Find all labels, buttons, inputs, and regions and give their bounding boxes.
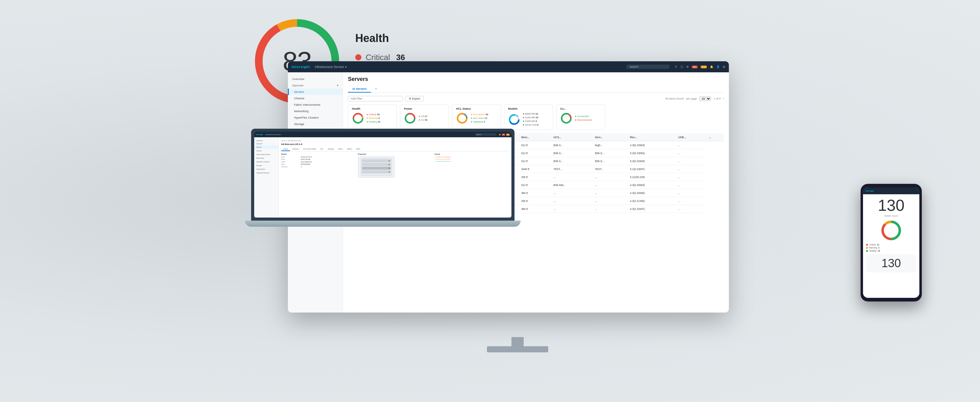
filter-input[interactable] <box>348 96 403 101</box>
per-page-label: per page <box>686 97 697 100</box>
laptop-details-title: Details <box>281 153 356 155</box>
topbar-search[interactable]: Search <box>627 65 670 69</box>
laptop-main: Overview Operate ▾ Servers Chassis Fabri… <box>254 137 511 217</box>
laptop-sidebar-networking[interactable]: Networking <box>254 156 278 160</box>
connectivity-card-content: ● Connected ● Disconnected <box>560 112 601 124</box>
svg-rect-26 <box>362 171 391 174</box>
power-card-title: Power <box>404 107 445 110</box>
laptop-tab-details[interactable]: Details <box>281 147 290 151</box>
laptop-properties-col: Properties <box>358 153 433 178</box>
export-button[interactable]: ⬇ Export <box>406 96 423 101</box>
info-icon[interactable]: ⓘ <box>681 65 683 69</box>
laptop-logo: Intersight <box>256 134 263 136</box>
user-icon[interactable]: 👤 <box>716 65 720 68</box>
topbar-icons: ↻ ⓘ ⚙ 381 178 🔔 👤 ⊞ <box>675 65 725 69</box>
col-usb[interactable]: USB... <box>676 133 707 141</box>
phone-stat-warning: Warning 3 <box>866 247 916 249</box>
laptop-nav: Infrastructure Service ▾ <box>266 134 282 136</box>
badge-yellow: 178 <box>701 65 707 68</box>
sidebar-item-servers[interactable]: Servers <box>288 89 343 95</box>
laptop: Intersight Infrastructure Service ▾ Sear… <box>245 129 520 227</box>
models-card-title: Models <box>508 107 549 110</box>
phone-bottom-score: 130 <box>866 254 916 273</box>
critical-dot <box>355 54 361 61</box>
phone-screen: Intersight 130 Health Score Cri <box>863 188 920 298</box>
critical-label: Critical <box>366 53 390 62</box>
phone-stat-critical: Critical 12 <box>866 244 916 246</box>
refresh-icon[interactable]: ↻ <box>675 65 678 68</box>
laptop-field-vendor: Vendor Cisco Systems Inc <box>281 161 356 163</box>
laptop-tab-ucs[interactable]: UCS Server Profile <box>301 147 318 151</box>
phone-shell: Intersight 130 Health Score Cri <box>861 184 922 302</box>
sidebar-item-networking[interactable]: Networking <box>288 108 343 114</box>
laptop-sidebar-storage[interactable]: Storage <box>254 164 278 167</box>
stand-base <box>487 346 548 353</box>
phone-score-top: 130 <box>866 197 916 213</box>
col-mem[interactable]: Mem... <box>519 133 551 141</box>
intersight-logo: Intersight <box>291 65 310 69</box>
power-card-content: ● Off 27 ● On 56 <box>404 112 445 124</box>
svg-point-28 <box>389 164 390 165</box>
laptop-sidebar-overview[interactable]: Overview <box>254 139 278 142</box>
laptop-sidebar-hyperflex[interactable]: HyperFlex Clusters <box>254 160 278 164</box>
laptop-sidebar-fabric[interactable]: Fabric Interconnects <box>254 153 278 156</box>
svg-point-27 <box>389 160 390 161</box>
phone-dot-warning <box>866 247 868 249</box>
svg-point-30 <box>389 171 390 172</box>
laptop-sidebar-servers[interactable]: Servers <box>254 145 278 149</box>
laptop-sidebar-integrated[interactable]: Integrated Systems <box>254 171 278 175</box>
svg-rect-23 <box>362 160 391 163</box>
phone-dot-healthy <box>866 250 868 252</box>
laptop-sidebar-chassis[interactable]: Chassis <box>254 149 278 153</box>
sidebar-item-storage[interactable]: Storage <box>288 121 343 127</box>
phone-content: 130 Health Score Critical 12 <box>863 194 920 276</box>
laptop-sidebar-operate: Operate ▾ <box>254 142 278 145</box>
metric-cards: Health ● Critical 36 ● Warning 6 <box>348 104 724 129</box>
tab-add[interactable]: + <box>371 86 381 93</box>
grid-icon[interactable]: ⊞ <box>723 65 725 68</box>
svg-rect-25 <box>362 167 391 170</box>
toolbar: ⬇ Export 83 items found per page 10 25 5… <box>348 96 724 101</box>
laptop-screen: Intersight Infrastructure Service ▾ Sear… <box>254 132 511 217</box>
health-card-stats: ● Critical 36 ● Warning 6 ● Healthy 41 <box>367 113 380 124</box>
col-res[interactable]: Res... <box>627 133 676 141</box>
sidebar-operate-section: Operate ▾ <box>288 83 343 89</box>
settings-icon[interactable]: ⚙ <box>686 65 689 68</box>
next-page-btn[interactable]: › <box>723 97 724 100</box>
laptop-tab-metrics[interactable]: Metrics <box>345 147 354 151</box>
laptop-event-3: ✓ Connected to UCS Domain <box>434 161 509 162</box>
connectivity-card-title: Co... <box>560 107 601 110</box>
phone-score-label: Health Score <box>866 214 916 217</box>
laptop-tab-topology[interactable]: Topology <box>326 147 336 151</box>
tab-ai-servers[interactable]: AI Servers <box>348 86 371 93</box>
col-ucs[interactable]: UCS... <box>551 133 592 141</box>
hcl-card-stats: ● Incomplete 68 ● Not Listed 12 ● Valida… <box>471 113 488 124</box>
laptop-base <box>245 221 520 227</box>
page-title: Servers <box>348 76 724 83</box>
health-card: Health ● Critical 36 ● Warning 6 <box>348 104 397 129</box>
col-serv[interactable]: Serv... <box>593 133 628 141</box>
badge-red: 381 <box>692 65 698 68</box>
power-card: Power ● Off 27 ● On 56 <box>400 104 449 129</box>
desktop-topbar: Intersight Infrastructure Service ▾ Sear… <box>288 61 729 72</box>
sidebar-item-fabric-interconnects[interactable]: Fabric Interconnects <box>288 101 343 108</box>
laptop-search[interactable]: Search <box>475 133 496 136</box>
laptop-tab-hcl[interactable]: HCL <box>318 147 326 151</box>
laptop-sidebar-virt[interactable]: Virtualization <box>254 167 278 171</box>
laptop-tab-wires[interactable]: Wires <box>354 147 363 151</box>
connectivity-card-stats: ● Connected ● Disconnected <box>575 115 592 122</box>
laptop-tab-summary[interactable]: Summary <box>290 147 301 151</box>
sidebar-overview[interactable]: Overview <box>288 75 343 83</box>
laptop-bell-icon[interactable]: 🔔 <box>499 134 501 136</box>
sidebar-item-hyperflex[interactable]: HyperFlex Clusters <box>288 114 343 121</box>
laptop-event-2: ⚠ Warning: High temperature <box>434 158 509 160</box>
phone-bottom-number: 130 <box>869 257 914 270</box>
laptop-events-title: Events <box>434 153 509 155</box>
connectivity-card: Co... ● Connected ● Disconnected <box>556 104 605 129</box>
per-page-select[interactable]: 10 25 50 <box>699 96 711 101</box>
laptop-tab-alarms[interactable]: Alarms <box>336 147 345 151</box>
alarm-icon[interactable]: 🔔 <box>710 65 713 68</box>
health-title: Health <box>355 32 407 45</box>
sidebar-item-chassis[interactable]: Chassis <box>288 95 343 101</box>
svg-point-29 <box>389 168 390 169</box>
